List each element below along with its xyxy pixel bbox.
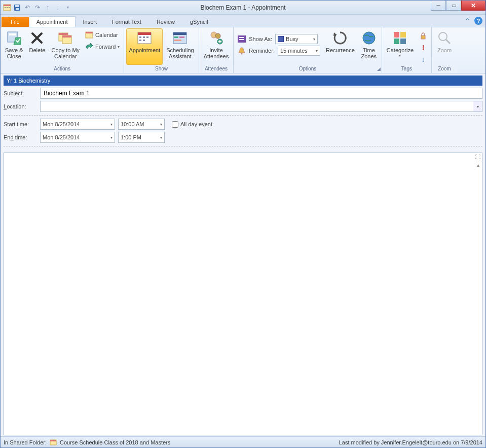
time-zones-button[interactable]: Time Zones (358, 28, 380, 65)
svg-rect-24 (173, 32, 186, 35)
copy-calendar-label: Copy to My Calendar (51, 47, 80, 59)
calendar-small-icon (50, 439, 57, 446)
delete-button[interactable]: Delete (26, 28, 48, 65)
start-date-input[interactable]: Mon 8/25/2014▾ (40, 119, 115, 130)
tab-gsyncit[interactable]: gSyncit (182, 16, 216, 27)
minimize-button[interactable]: ─ (431, 1, 446, 11)
start-time-label: Start time: (4, 121, 37, 127)
ribbon: Save & Close Delete Copy to My Calendar (1, 27, 485, 73)
quick-access-toolbar: ↶ ↷ ↑ ↓ ▾ (1, 3, 72, 12)
arrow-down-icon: ↓ (419, 55, 427, 63)
tab-review[interactable]: Review (149, 16, 182, 27)
exclamation-icon: ! (419, 44, 427, 52)
tab-format-text[interactable]: Format Text (104, 16, 149, 27)
body-textarea[interactable] (4, 153, 473, 435)
busy-color-square (278, 36, 284, 42)
location-dropdown[interactable]: ▾ (473, 101, 482, 112)
scheduling-label: Scheduling Assistant (166, 47, 194, 59)
svg-rect-40 (421, 35, 425, 39)
group-tags-label: Tags (382, 66, 431, 73)
minimize-ribbon-icon[interactable]: ⌃ (463, 17, 471, 25)
previous-item-icon[interactable]: ↑ (43, 3, 52, 12)
invite-icon (208, 30, 224, 46)
save-close-button[interactable]: Save & Close (3, 28, 25, 65)
categorize-icon (392, 30, 408, 46)
appointment-button[interactable]: Appointment (126, 28, 163, 65)
end-date-input[interactable]: Mon 8/25/2014▾ (40, 132, 115, 143)
svg-rect-27 (174, 40, 181, 41)
options-dialog-launcher[interactable]: ◢ (377, 66, 381, 71)
scheduling-icon (172, 30, 188, 46)
tab-appointment[interactable]: Appointment (29, 16, 76, 27)
undo-icon[interactable]: ↶ (23, 3, 32, 12)
shared-folder-name: Course Schedule Class of 2018 and Master… (60, 439, 170, 445)
start-time-input[interactable]: 10:00 AM▾ (118, 119, 165, 130)
appointment-label: Appointment (129, 47, 160, 53)
location-label: Location: (4, 103, 37, 109)
delete-icon (29, 30, 45, 46)
svg-point-41 (439, 32, 447, 41)
forward-button[interactable]: Forward ▾ (83, 41, 122, 52)
group-zoom-label: Zoom (432, 66, 457, 73)
location-input[interactable] (40, 101, 473, 112)
svg-rect-19 (143, 36, 145, 38)
svg-rect-3 (7, 7, 8, 8)
scroll-up-icon[interactable]: ▴ (474, 162, 481, 169)
scheduling-button[interactable]: Scheduling Assistant (164, 28, 196, 65)
all-day-checkbox[interactable]: All day event (172, 121, 212, 128)
shared-folder-label: In Shared Folder: (4, 439, 47, 445)
all-day-checkbox-input[interactable] (172, 121, 178, 128)
help-icon[interactable]: ? (474, 17, 482, 25)
show-as-value: Busy (286, 36, 298, 42)
recurrence-icon (332, 30, 348, 46)
private-button[interactable] (417, 30, 429, 42)
qat-customize-icon[interactable]: ▾ (63, 3, 72, 12)
reminder-label: Reminder: (249, 48, 275, 54)
calendar-button[interactable]: Calendar (83, 29, 122, 41)
expand-icon[interactable]: ⛶ (474, 154, 481, 161)
chevron-down-icon: ▾ (313, 37, 315, 42)
reminder-dropdown[interactable]: 15 minutes ▾ (278, 46, 320, 56)
svg-rect-4 (9, 7, 10, 8)
categorize-button[interactable]: Categorize ▾ (384, 28, 416, 65)
recurrence-button[interactable]: Recurrence (323, 28, 357, 65)
svg-rect-32 (239, 37, 244, 38)
high-importance-button[interactable]: ! (417, 42, 429, 53)
calendar-label: Calendar (95, 32, 118, 38)
group-attendees: Invite Attendees Attendees (199, 27, 234, 73)
svg-rect-21 (139, 40, 141, 41)
reminder-value: 15 minutes (280, 48, 308, 54)
close-button[interactable]: ✕ (461, 1, 485, 11)
subject-input[interactable] (40, 88, 482, 99)
svg-rect-11 (59, 33, 68, 35)
svg-rect-7 (16, 8, 19, 10)
globe-icon (361, 30, 377, 46)
group-show-label: Show (124, 66, 198, 73)
svg-rect-1 (4, 5, 11, 6)
group-options: Show As: Busy ▾ Reminder: 15 minutes (234, 27, 382, 73)
file-tab[interactable]: File (2, 17, 29, 27)
maximize-button[interactable]: ▭ (446, 1, 461, 11)
subject-label: Subject: (4, 90, 37, 96)
titlebar: ↶ ↷ ↑ ↓ ▾ Biochem Exam 1 - Appointment ─… (1, 1, 485, 15)
next-item-icon[interactable]: ↓ (53, 3, 62, 12)
appointment-icon (136, 30, 153, 46)
zoom-label: Zoom (437, 47, 452, 53)
end-time-input[interactable]: 1:00 PM▾ (118, 132, 165, 143)
low-importance-button[interactable]: ↓ (417, 54, 429, 65)
show-as-dropdown[interactable]: Busy ▾ (275, 34, 318, 44)
calendar-icon (85, 31, 93, 39)
save-close-label: Save & Close (5, 47, 23, 59)
redo-icon[interactable]: ↷ (33, 3, 42, 12)
copy-calendar-button[interactable]: Copy to My Calendar (49, 28, 82, 65)
chevron-down-icon: ▾ (316, 49, 318, 53)
zoom-button[interactable]: Zoom (434, 28, 455, 65)
recurrence-label: Recurrence (326, 47, 355, 53)
save-close-icon (6, 30, 22, 46)
save-icon[interactable] (13, 3, 22, 12)
invite-button[interactable]: Invite Attendees (201, 28, 232, 65)
svg-rect-17 (138, 32, 151, 35)
categorize-label: Categorize (387, 47, 414, 53)
tab-insert[interactable]: Insert (76, 16, 105, 27)
app-icon (3, 3, 12, 12)
